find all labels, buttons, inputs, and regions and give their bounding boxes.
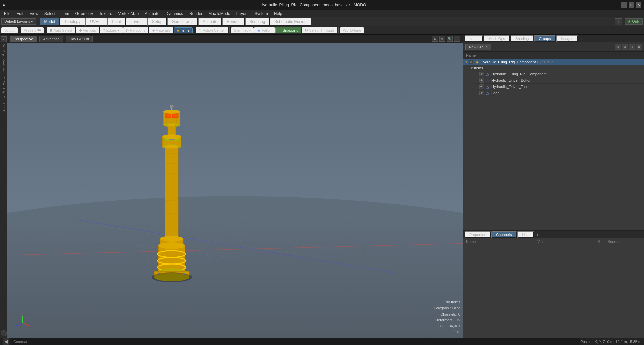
- sl-refresh-icon[interactable]: ↺: [622, 44, 628, 50]
- viewport[interactable]: Perspective Advanced Ray GL: Off ⚙ ↺ 🔍 ☰: [7, 35, 463, 338]
- collapse-arrow-sub1[interactable]: ▼: [470, 66, 473, 70]
- vp-gear-icon[interactable]: ⚙: [432, 36, 438, 42]
- sub1-name: Items: [474, 66, 483, 70]
- advanced-tab[interactable]: Advanced: [39, 36, 63, 42]
- perspective-tab[interactable]: Perspective: [10, 36, 37, 42]
- materials-button[interactable]: ◈ Materials: [149, 27, 174, 33]
- scene-item-group1[interactable]: ▼ 👁 ◈ Hydraulic_Piling_Rig_Component (2)…: [463, 59, 644, 65]
- falloff-button[interactable]: ◉ Falloff: [254, 27, 275, 33]
- sidebar-label-fu: Fu: [2, 109, 5, 114]
- layout-tab-render[interactable]: Render: [222, 18, 245, 26]
- layout-tab-paint[interactable]: Paint: [107, 18, 126, 26]
- expand-panel-button[interactable]: ◀: [3, 338, 9, 345]
- menu-item-layout[interactable]: Layout: [234, 11, 251, 17]
- menu-item-file[interactable]: File: [1, 11, 13, 17]
- edges-button[interactable]: ◇ Edges 2: [100, 27, 123, 33]
- default-layouts-button[interactable]: Default Layouts ▾: [1, 18, 36, 25]
- right-panel-add-tab[interactable]: +: [579, 36, 584, 41]
- item1-eye-icon[interactable]: 👁: [479, 72, 484, 76]
- bottom-panel-add-tab[interactable]: +: [535, 232, 540, 237]
- sculpt-button[interactable]: Sculpt: [1, 27, 18, 33]
- vp-zoom-icon[interactable]: 🔍: [447, 36, 453, 42]
- sidebar-label-mesh: Mesh: [2, 58, 5, 67]
- maximize-button[interactable]: □: [629, 2, 634, 8]
- item4-name: Loop: [491, 91, 499, 95]
- menu-item-animate[interactable]: Animate: [142, 11, 162, 17]
- right-panel-tab-shading[interactable]: Shading: [511, 35, 533, 42]
- vertices-button[interactable]: ◆ Vertices: [76, 27, 99, 33]
- scene-item-item4[interactable]: ▶ 👁 △ Loop: [474, 90, 644, 96]
- add-layout-button[interactable]: +: [615, 18, 622, 25]
- item2-eye-icon[interactable]: 👁: [479, 78, 484, 83]
- close-button[interactable]: ✕: [636, 2, 641, 8]
- placeholder-arrow4: ▶: [475, 91, 479, 95]
- minimize-button[interactable]: —: [621, 2, 627, 8]
- auto-select-button[interactable]: Auto Select: [47, 27, 75, 33]
- bottom-panel-tab-properties[interactable]: Properties: [465, 231, 491, 238]
- group1-eye-icon[interactable]: 👁: [469, 60, 473, 64]
- item4-eye-icon[interactable]: 👁: [479, 91, 484, 95]
- layout-tab-schematic-fusion[interactable]: Schematic Fusion: [270, 18, 311, 26]
- sl-gear-icon[interactable]: ⚙: [636, 44, 642, 50]
- layout-tab-animate[interactable]: Animate: [198, 18, 222, 26]
- menu-item-vertex map[interactable]: Vertex Map: [116, 11, 142, 17]
- layout-tab-scripting[interactable]: Scripting: [245, 18, 270, 26]
- raygl-tab[interactable]: Ray GL: Off: [66, 36, 93, 42]
- collapse-arrow-group1[interactable]: ▼: [465, 60, 468, 64]
- polygons-button[interactable]: ▷ Polygons: [123, 27, 148, 33]
- scene-item-item2[interactable]: ▶ 👁 △ Hydraulic_Driver_Botton: [474, 77, 644, 84]
- item2-type-icon: △: [485, 78, 490, 83]
- vp-settings-icon[interactable]: ☰: [454, 36, 460, 42]
- items-button[interactable]: ■ Items: [174, 27, 193, 33]
- scene-tree: ▼ 👁 ◈ Hydraulic_Piling_Rig_Component (2)…: [463, 59, 644, 96]
- workplane-button[interactable]: WorkPlane: [340, 27, 364, 33]
- scene-item-item1[interactable]: ▶ 👁 △ Hydraulic_Piling_Rig_Component: [474, 71, 644, 77]
- menu-item-system[interactable]: System: [252, 11, 271, 17]
- sidebar-tool-circle[interactable]: ○: [1, 330, 7, 336]
- menu-item-select[interactable]: Select: [42, 11, 58, 17]
- layout-tab-layout[interactable]: Layout: [126, 18, 147, 26]
- layout-tab-game-tools[interactable]: Game Tools: [167, 18, 198, 26]
- menu-item-texture[interactable]: Texture: [96, 11, 115, 17]
- menu-item-dynamics[interactable]: Dynamics: [163, 11, 186, 17]
- right-panel-tab-images[interactable]: Images: [556, 35, 578, 42]
- menu-item-help[interactable]: Help: [271, 11, 285, 17]
- svg-point-20: [168, 124, 176, 126]
- bottom-panel-tab-channels[interactable]: Channels: [491, 231, 516, 238]
- layout-tab-setup[interactable]: Setup: [147, 18, 167, 26]
- snapping-button[interactable]: ⚏ Snapping: [275, 27, 302, 33]
- star-only-button[interactable]: ★ Only: [625, 18, 643, 25]
- scene-item-item3[interactable]: ▶ 👁 △ Hydraulic_Driver_Top: [474, 84, 644, 90]
- menu-item-edit[interactable]: Edit: [14, 11, 26, 17]
- svg-line-54: [22, 323, 29, 326]
- menu-item-render[interactable]: Render: [186, 11, 205, 17]
- right-panel-tabs: ItemsMesh OpsShadingGroupsImages+: [463, 35, 644, 42]
- scene-item-sub1[interactable]: ▼ Items: [469, 65, 644, 71]
- svg-point-36: [165, 145, 178, 148]
- presets-button[interactable]: Presets F6: [21, 27, 44, 33]
- polygons-icon: ▷: [126, 28, 129, 32]
- item3-eye-icon[interactable]: 👁: [479, 84, 484, 89]
- layout-tab-uvedit[interactable]: UVEdit: [85, 18, 107, 26]
- bottom-panel-tab-lists[interactable]: Lists: [517, 231, 534, 238]
- command-input[interactable]: [11, 338, 580, 345]
- scene-canvas[interactable]: [7, 43, 463, 338]
- right-panel-tab-items[interactable]: Items: [465, 35, 483, 42]
- menu-item-geometry[interactable]: Geometry: [73, 11, 96, 17]
- right-panel-tab-groups[interactable]: Groups: [534, 35, 555, 42]
- select-through-button[interactable]: ⊡ Select Through: [302, 27, 337, 33]
- action-center-button[interactable]: ⊕ Action Center: [196, 27, 228, 33]
- layout-tab-topology[interactable]: Topology: [60, 18, 85, 26]
- menu-item-item[interactable]: Item: [59, 11, 72, 17]
- menu-item-maxtomodo[interactable]: MaxToModo: [206, 11, 233, 17]
- window-controls: — □ ✕: [621, 2, 641, 8]
- new-group-button[interactable]: New Group: [465, 44, 491, 50]
- sl-eye-icon[interactable]: 👁: [615, 44, 621, 50]
- layout-tab-model[interactable]: Model: [40, 18, 60, 26]
- sidebar-tool-arrow[interactable]: ↖: [1, 36, 7, 42]
- vp-refresh-icon[interactable]: ↺: [439, 36, 445, 42]
- sl-info-icon[interactable]: ℹ: [629, 44, 635, 50]
- menu-item-view[interactable]: View: [27, 11, 41, 17]
- symmetry-button[interactable]: Symmetry: [231, 27, 254, 33]
- right-panel-tab-mesh-ops[interactable]: Mesh Ops: [484, 35, 510, 42]
